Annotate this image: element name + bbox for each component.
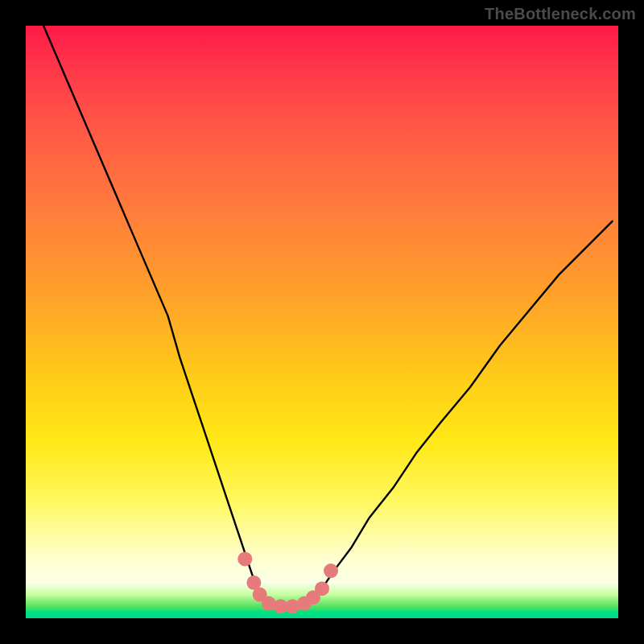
marker-dot [324,564,338,578]
marker-dot [315,581,329,596]
watermark-text: TheBottleneck.com [485,5,636,23]
chart-svg [26,26,618,618]
chart-stage: TheBottleneck.com [0,0,644,644]
low-bottleneck-markers [237,551,338,613]
bottleneck-curve [43,26,613,606]
plot-area [26,26,618,618]
marker-dot [237,551,252,566]
